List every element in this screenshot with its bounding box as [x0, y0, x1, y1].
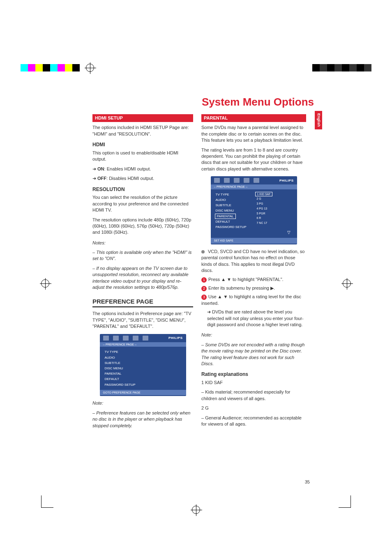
rating-2-text: – General Audience; recommended as accep…: [201, 415, 306, 428]
menu-item: PASSWORD SETUP: [215, 224, 247, 230]
brand-label: PHILIPS: [279, 178, 294, 183]
corner-mark-br: [339, 495, 351, 508]
menu-icon: [254, 178, 259, 183]
hdmi-on-row: ➜ ON: Enables HDMI output.: [92, 166, 193, 172]
menu-icon: [103, 336, 109, 341]
parental-p2: The rating levels are from 1 to 8 and ar…: [201, 147, 306, 173]
rating-selected: 1 KID SAF: [255, 192, 272, 196]
parental-p1: Some DVDs may have a parental level assi…: [201, 124, 306, 143]
step-3: 3Use ▲ ▼ to highlight a rating level for…: [201, 294, 306, 306]
menu-icon: [214, 178, 220, 183]
menu-icon: [143, 336, 148, 341]
rating-item: 2 G: [255, 196, 272, 201]
note-label: Note:: [201, 332, 306, 338]
rating-item: 6 R: [255, 216, 272, 221]
note-text: – Some DVDs are not encoded with a ratin…: [201, 342, 306, 367]
corner-mark-bl: [41, 495, 53, 508]
rating-item: 4 PG 13: [255, 206, 272, 211]
menu-item-selected: PARENTAL: [215, 214, 236, 219]
vcd-note: VCD, SVCD and CD have no level indicatio…: [201, 249, 306, 274]
rating-item: 5 PGR: [255, 211, 272, 216]
hdmi-subhead: HDMI: [92, 141, 193, 148]
menu-item: TV TYPE: [104, 349, 182, 355]
resolution-subhead: RESOLUTION: [92, 186, 193, 193]
menu-footer: SET KID SAFE: [211, 238, 297, 244]
color-bar-left: [21, 64, 80, 71]
rating-item: 3 PG: [255, 201, 272, 206]
menu-item: AUDIO: [215, 197, 247, 203]
menu-item: DISC MENU: [215, 208, 247, 213]
menu-item: DISC MENU: [104, 366, 182, 371]
parental-menu-screenshot: PHILIPS -- PREFERENCE PAGE -- TV TYPE AU…: [211, 176, 297, 244]
left-column: HDMI SETUP The options included in HDMI …: [92, 114, 193, 432]
menu-icon: [224, 178, 230, 183]
menu-icon: [244, 178, 249, 183]
menu-icon: [133, 336, 138, 341]
menu-item: SUBTITLE: [215, 203, 247, 208]
crop-mark-bottom: [192, 506, 200, 514]
pref-note: – Preference features can be selected on…: [92, 410, 193, 429]
menu-footer: GOTO PREFERENCE PAGE: [100, 390, 186, 396]
menu-title: -- PREFERENCE PAGE --: [100, 342, 186, 347]
step-3-detail: ➜ DVDs that are rated above the level yo…: [207, 309, 306, 328]
hdmi-setup-intro: The options included in HDMI SETUP Page …: [92, 124, 193, 137]
menu-item: TV TYPE: [215, 192, 247, 197]
note2: – If no display appears on the TV screen…: [92, 265, 193, 291]
menu-item: SUBTITLE: [104, 360, 182, 366]
step-2: 2Enter its submenu by pressing ▶.: [201, 285, 306, 291]
menu-item: PARENTAL: [104, 371, 182, 376]
rating-2-head: 2 G: [201, 405, 306, 411]
resolution-p1: You can select the resolution of the pic…: [92, 194, 193, 213]
rating-item: 7 NC 17: [255, 221, 272, 226]
rating-1-text: – Kids material; recommended especially …: [201, 389, 306, 402]
menu-icon: [234, 178, 240, 183]
pref-intro: The options included in Preference page …: [92, 311, 193, 329]
preference-menu-screenshot: PHILIPS -- PREFERENCE PAGE -- TV TYPE AU…: [100, 334, 186, 396]
rating-1-head: 1 KID SAF: [201, 380, 306, 386]
menu-item: DEFAULT: [215, 219, 247, 224]
preference-page-head: PREFERENCE PAGE: [92, 297, 193, 307]
registration-mark: [86, 64, 94, 72]
menu-item: DEFAULT: [104, 376, 182, 382]
hdmi-off-row: ➜ OFF: Disables HDMI output.: [92, 175, 193, 182]
parental-header: PARENTAL: [201, 114, 306, 122]
right-column: PARENTAL Some DVDs may have a parental l…: [201, 114, 306, 431]
resolution-p2: The resolution options include 480p (60H…: [92, 217, 193, 236]
page-number: 35: [305, 479, 310, 485]
menu-icon: [113, 336, 119, 341]
note1: – This option is available only when the…: [92, 249, 193, 262]
menu-title: -- PREFERENCE PAGE --: [211, 184, 297, 189]
hdmi-setup-header: HDMI SETUP: [92, 114, 193, 122]
pref-note-label: Note:: [92, 400, 193, 406]
notes-label: Notes:: [92, 240, 193, 246]
crop-mark-left: [41, 279, 49, 288]
down-arrow-icon: ▽: [215, 230, 293, 235]
page-title: System Menu Options: [202, 94, 314, 109]
menu-item: AUDIO: [104, 355, 182, 360]
rating-explanations-head: Rating explanations: [201, 371, 306, 378]
step-1: 1Press ▲ ▼ to highlight "PARENTAL".: [201, 276, 306, 283]
hdmi-desc: This option is used to enable/disable HD…: [92, 150, 193, 163]
crop-marks-top: [0, 62, 392, 74]
brand-label: PHILIPS: [168, 336, 183, 340]
language-tab: English: [315, 111, 322, 129]
menu-icon: [123, 336, 129, 341]
menu-item: PASSWORD SETUP: [104, 382, 182, 387]
crop-mark-right: [343, 279, 351, 288]
color-bar-right: [312, 64, 371, 71]
